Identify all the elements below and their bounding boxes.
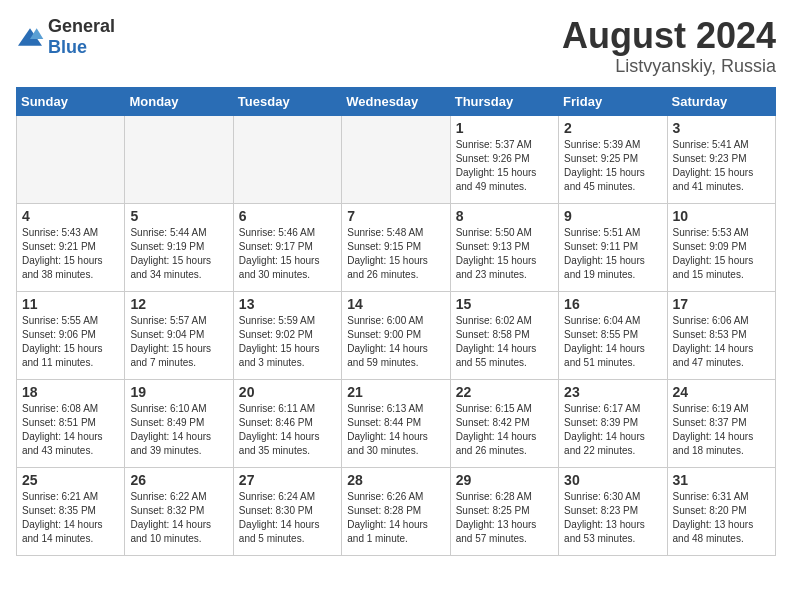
day-info: Sunrise: 5:50 AM Sunset: 9:13 PM Dayligh… (456, 226, 553, 282)
weekday-header-thursday: Thursday (450, 87, 558, 115)
logo-blue: Blue (48, 37, 87, 57)
day-number: 12 (130, 296, 227, 312)
day-number: 30 (564, 472, 661, 488)
day-info: Sunrise: 5:46 AM Sunset: 9:17 PM Dayligh… (239, 226, 336, 282)
calendar-cell: 25Sunrise: 6:21 AM Sunset: 8:35 PM Dayli… (17, 467, 125, 555)
day-number: 9 (564, 208, 661, 224)
calendar-cell: 10Sunrise: 5:53 AM Sunset: 9:09 PM Dayli… (667, 203, 775, 291)
day-info: Sunrise: 6:04 AM Sunset: 8:55 PM Dayligh… (564, 314, 661, 370)
calendar-week-5: 25Sunrise: 6:21 AM Sunset: 8:35 PM Dayli… (17, 467, 776, 555)
calendar-cell: 5Sunrise: 5:44 AM Sunset: 9:19 PM Daylig… (125, 203, 233, 291)
calendar-cell (125, 115, 233, 203)
title-block: August 2024 Listvyanskiy, Russia (562, 16, 776, 77)
calendar-cell: 3Sunrise: 5:41 AM Sunset: 9:23 PM Daylig… (667, 115, 775, 203)
calendar-cell: 8Sunrise: 5:50 AM Sunset: 9:13 PM Daylig… (450, 203, 558, 291)
calendar-cell: 4Sunrise: 5:43 AM Sunset: 9:21 PM Daylig… (17, 203, 125, 291)
day-info: Sunrise: 6:02 AM Sunset: 8:58 PM Dayligh… (456, 314, 553, 370)
calendar-cell: 17Sunrise: 6:06 AM Sunset: 8:53 PM Dayli… (667, 291, 775, 379)
weekday-header-sunday: Sunday (17, 87, 125, 115)
day-number: 11 (22, 296, 119, 312)
calendar-cell: 26Sunrise: 6:22 AM Sunset: 8:32 PM Dayli… (125, 467, 233, 555)
day-info: Sunrise: 5:41 AM Sunset: 9:23 PM Dayligh… (673, 138, 770, 194)
calendar-cell: 7Sunrise: 5:48 AM Sunset: 9:15 PM Daylig… (342, 203, 450, 291)
calendar-week-3: 11Sunrise: 5:55 AM Sunset: 9:06 PM Dayli… (17, 291, 776, 379)
calendar-cell: 14Sunrise: 6:00 AM Sunset: 9:00 PM Dayli… (342, 291, 450, 379)
calendar-cell (17, 115, 125, 203)
day-number: 1 (456, 120, 553, 136)
day-number: 10 (673, 208, 770, 224)
weekday-header-tuesday: Tuesday (233, 87, 341, 115)
day-info: Sunrise: 6:28 AM Sunset: 8:25 PM Dayligh… (456, 490, 553, 546)
weekday-header-friday: Friday (559, 87, 667, 115)
calendar-cell: 30Sunrise: 6:30 AM Sunset: 8:23 PM Dayli… (559, 467, 667, 555)
day-info: Sunrise: 6:15 AM Sunset: 8:42 PM Dayligh… (456, 402, 553, 458)
calendar-cell: 22Sunrise: 6:15 AM Sunset: 8:42 PM Dayli… (450, 379, 558, 467)
day-number: 20 (239, 384, 336, 400)
day-info: Sunrise: 6:08 AM Sunset: 8:51 PM Dayligh… (22, 402, 119, 458)
day-number: 4 (22, 208, 119, 224)
day-info: Sunrise: 6:31 AM Sunset: 8:20 PM Dayligh… (673, 490, 770, 546)
day-info: Sunrise: 6:00 AM Sunset: 9:00 PM Dayligh… (347, 314, 444, 370)
day-number: 16 (564, 296, 661, 312)
day-number: 22 (456, 384, 553, 400)
day-info: Sunrise: 5:43 AM Sunset: 9:21 PM Dayligh… (22, 226, 119, 282)
calendar-week-4: 18Sunrise: 6:08 AM Sunset: 8:51 PM Dayli… (17, 379, 776, 467)
logo-icon (16, 27, 44, 47)
day-number: 17 (673, 296, 770, 312)
calendar-cell: 19Sunrise: 6:10 AM Sunset: 8:49 PM Dayli… (125, 379, 233, 467)
day-number: 5 (130, 208, 227, 224)
day-number: 21 (347, 384, 444, 400)
day-info: Sunrise: 5:57 AM Sunset: 9:04 PM Dayligh… (130, 314, 227, 370)
calendar-cell: 13Sunrise: 5:59 AM Sunset: 9:02 PM Dayli… (233, 291, 341, 379)
calendar-cell (342, 115, 450, 203)
calendar-cell: 27Sunrise: 6:24 AM Sunset: 8:30 PM Dayli… (233, 467, 341, 555)
location-title: Listvyanskiy, Russia (562, 56, 776, 77)
day-number: 6 (239, 208, 336, 224)
logo-general: General (48, 16, 115, 36)
day-number: 14 (347, 296, 444, 312)
calendar-cell: 20Sunrise: 6:11 AM Sunset: 8:46 PM Dayli… (233, 379, 341, 467)
calendar-cell: 6Sunrise: 5:46 AM Sunset: 9:17 PM Daylig… (233, 203, 341, 291)
day-number: 28 (347, 472, 444, 488)
logo: General Blue (16, 16, 115, 58)
weekday-header-monday: Monday (125, 87, 233, 115)
day-number: 27 (239, 472, 336, 488)
day-number: 19 (130, 384, 227, 400)
day-info: Sunrise: 5:55 AM Sunset: 9:06 PM Dayligh… (22, 314, 119, 370)
weekday-header-wednesday: Wednesday (342, 87, 450, 115)
weekday-header-saturday: Saturday (667, 87, 775, 115)
day-number: 7 (347, 208, 444, 224)
day-info: Sunrise: 5:39 AM Sunset: 9:25 PM Dayligh… (564, 138, 661, 194)
calendar-cell: 31Sunrise: 6:31 AM Sunset: 8:20 PM Dayli… (667, 467, 775, 555)
weekday-header-row: SundayMondayTuesdayWednesdayThursdayFrid… (17, 87, 776, 115)
day-number: 26 (130, 472, 227, 488)
day-info: Sunrise: 6:30 AM Sunset: 8:23 PM Dayligh… (564, 490, 661, 546)
day-number: 3 (673, 120, 770, 136)
day-info: Sunrise: 6:19 AM Sunset: 8:37 PM Dayligh… (673, 402, 770, 458)
day-info: Sunrise: 6:26 AM Sunset: 8:28 PM Dayligh… (347, 490, 444, 546)
day-number: 13 (239, 296, 336, 312)
day-info: Sunrise: 5:53 AM Sunset: 9:09 PM Dayligh… (673, 226, 770, 282)
day-info: Sunrise: 6:17 AM Sunset: 8:39 PM Dayligh… (564, 402, 661, 458)
day-number: 2 (564, 120, 661, 136)
day-info: Sunrise: 5:48 AM Sunset: 9:15 PM Dayligh… (347, 226, 444, 282)
calendar-cell: 16Sunrise: 6:04 AM Sunset: 8:55 PM Dayli… (559, 291, 667, 379)
calendar-cell: 9Sunrise: 5:51 AM Sunset: 9:11 PM Daylig… (559, 203, 667, 291)
calendar-cell: 24Sunrise: 6:19 AM Sunset: 8:37 PM Dayli… (667, 379, 775, 467)
day-number: 24 (673, 384, 770, 400)
calendar-cell: 21Sunrise: 6:13 AM Sunset: 8:44 PM Dayli… (342, 379, 450, 467)
day-info: Sunrise: 5:37 AM Sunset: 9:26 PM Dayligh… (456, 138, 553, 194)
month-title: August 2024 (562, 16, 776, 56)
calendar-cell: 29Sunrise: 6:28 AM Sunset: 8:25 PM Dayli… (450, 467, 558, 555)
day-number: 23 (564, 384, 661, 400)
day-number: 31 (673, 472, 770, 488)
calendar-cell: 1Sunrise: 5:37 AM Sunset: 9:26 PM Daylig… (450, 115, 558, 203)
calendar-week-1: 1Sunrise: 5:37 AM Sunset: 9:26 PM Daylig… (17, 115, 776, 203)
calendar-cell: 11Sunrise: 5:55 AM Sunset: 9:06 PM Dayli… (17, 291, 125, 379)
logo-text: General Blue (48, 16, 115, 58)
calendar-cell: 15Sunrise: 6:02 AM Sunset: 8:58 PM Dayli… (450, 291, 558, 379)
day-number: 18 (22, 384, 119, 400)
day-info: Sunrise: 5:44 AM Sunset: 9:19 PM Dayligh… (130, 226, 227, 282)
calendar-table: SundayMondayTuesdayWednesdayThursdayFrid… (16, 87, 776, 556)
calendar-cell: 18Sunrise: 6:08 AM Sunset: 8:51 PM Dayli… (17, 379, 125, 467)
